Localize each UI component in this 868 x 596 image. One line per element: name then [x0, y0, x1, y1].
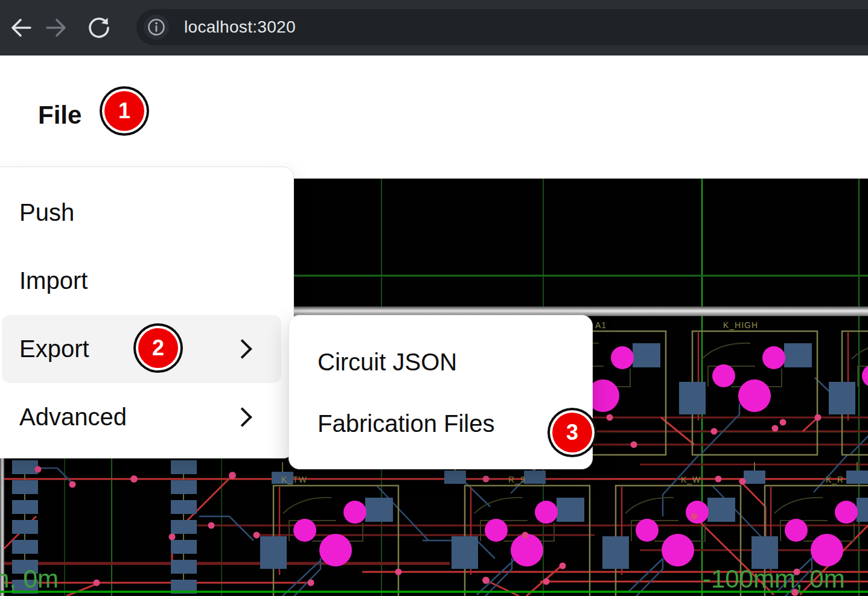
menu-item-import[interactable]: Import: [2, 247, 281, 315]
submenu-item-circuit-json[interactable]: Circuit JSON: [289, 331, 592, 393]
back-arrow-icon: [7, 14, 34, 41]
reload-icon: [86, 14, 112, 41]
menu-item-label: Export: [19, 335, 89, 363]
footprint-label: K_R: [826, 475, 844, 484]
forward-arrow-icon: [43, 14, 70, 41]
menu-item-push[interactable]: Push: [2, 179, 281, 247]
annotation-badge-3: 3: [552, 413, 592, 452]
url-text[interactable]: localhost:3020: [184, 17, 296, 37]
coordinate-label-right: -100mm, 0m: [703, 565, 845, 593]
address-bar[interactable]: localhost:3020: [136, 9, 868, 45]
submenu-item-label: Circuit JSON: [318, 349, 457, 376]
footprint-label: K_W: [681, 475, 701, 484]
submenu-item-fabrication-files[interactable]: Fabrication Files: [289, 393, 592, 454]
back-button[interactable]: [5, 12, 36, 43]
submenu-item-label: Fabrication Files: [318, 410, 494, 437]
file-menu-button[interactable]: File: [38, 98, 81, 133]
browser-toolbar: localhost:3020: [0, 0, 868, 55]
chevron-right-icon: [232, 407, 252, 427]
annotation-badge-1: 1: [104, 91, 144, 131]
menu-item-label: Import: [19, 267, 88, 294]
menu-item-label: Advanced: [19, 404, 127, 431]
menu-item-advanced[interactable]: Advanced: [2, 383, 281, 451]
footprint-label: K_TW: [281, 475, 307, 484]
footprint-label: K_HIGH: [723, 320, 758, 330]
annotation-badge-2: 2: [138, 328, 178, 368]
info-icon: [145, 16, 167, 38]
site-info-button[interactable]: [144, 14, 169, 40]
coordinate-label-left: n, 0m: [0, 565, 59, 593]
export-submenu: Circuit JSON Fabrication Files: [289, 315, 593, 469]
forward-button[interactable]: [41, 12, 72, 43]
footprint-label: A1: [595, 320, 607, 330]
menu-item-label: Push: [19, 199, 74, 226]
chevron-right-icon: [232, 339, 252, 359]
footprint-label: R_9: [508, 475, 526, 484]
reload-button[interactable]: [83, 12, 115, 43]
file-dropdown-menu: Push Import Export Advanced: [0, 166, 294, 458]
